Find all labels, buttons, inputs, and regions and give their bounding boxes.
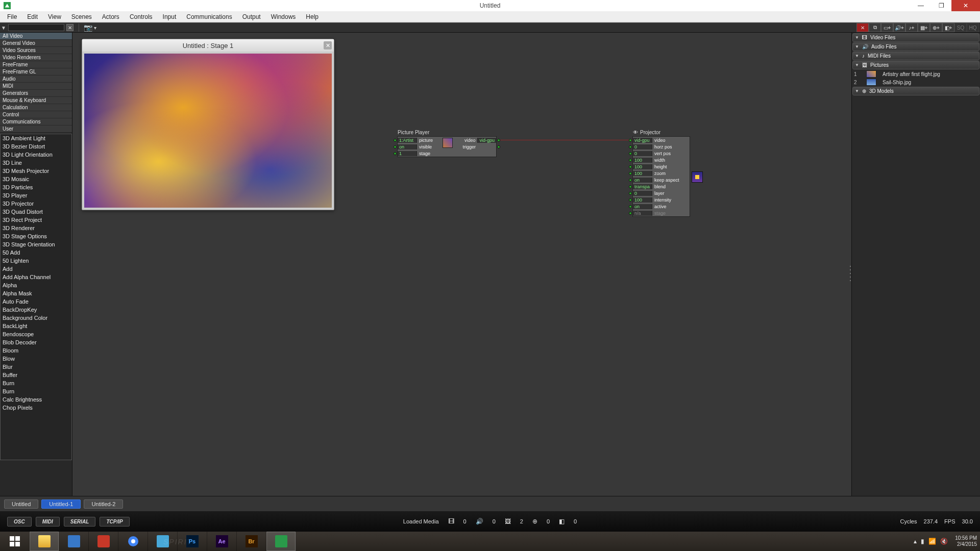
- actor-item[interactable]: Background Color: [1, 314, 71, 322]
- port-value[interactable]: 0: [633, 151, 652, 156]
- menu-windows[interactable]: Windows: [266, 13, 301, 20]
- port-value[interactable]: vid-gpu: [477, 138, 496, 143]
- tool-button-7[interactable]: ◧+: [942, 23, 954, 32]
- actor-item[interactable]: Chop Pixels: [1, 404, 71, 412]
- media-group-header[interactable]: ▼🔊Audio Files: [852, 42, 979, 51]
- port-value[interactable]: 1:Artist: [398, 138, 417, 143]
- menu-view[interactable]: View: [43, 13, 66, 20]
- protocol-tab[interactable]: SERIAL: [64, 517, 96, 527]
- category-item[interactable]: Control: [0, 111, 72, 118]
- actor-item[interactable]: 3D Renderer: [1, 224, 71, 232]
- port-value[interactable]: 100: [633, 197, 652, 203]
- port-value[interactable]: on: [633, 204, 652, 209]
- port-value[interactable]: 1: [398, 151, 417, 156]
- node-projector[interactable]: 👁Projector vid-gpuvideo0horz pos0vert po…: [632, 136, 690, 217]
- actor-item[interactable]: Blob Decoder: [1, 338, 71, 346]
- actor-item[interactable]: Blur: [1, 363, 71, 371]
- tool-button-6[interactable]: ⊕+: [930, 23, 942, 32]
- protocol-tab[interactable]: TCP/IP: [100, 517, 129, 527]
- tray-clock[interactable]: 10:56 PM 2/4/2015: [955, 535, 977, 547]
- maximize-button[interactable]: ❐: [931, 0, 951, 11]
- port-value[interactable]: n/a: [633, 211, 652, 216]
- taskbar-isadora[interactable]: [266, 532, 296, 551]
- tool-button-1[interactable]: ⧉: [869, 23, 881, 32]
- dropdown-icon[interactable]: ▼: [1, 25, 6, 31]
- taskbar-app-2[interactable]: [89, 532, 118, 551]
- port-value[interactable]: 0: [633, 144, 652, 149]
- input-port[interactable]: [629, 205, 632, 208]
- actor-item[interactable]: 3D Quad Distort: [1, 208, 71, 216]
- port-value[interactable]: on: [633, 178, 652, 183]
- actor-item[interactable]: 3D Mesh Projector: [1, 167, 71, 175]
- scene-canvas[interactable]: Untitled : Stage 1 ✕ Picture Player 1:Ar…: [72, 33, 851, 496]
- category-item[interactable]: Audio: [0, 76, 72, 83]
- protocol-tab[interactable]: OSC: [7, 517, 32, 527]
- port-value[interactable]: 0: [633, 191, 652, 196]
- media-group-header[interactable]: ▼🎞Video Files: [852, 33, 979, 42]
- actor-item[interactable]: 3D Player: [1, 191, 71, 199]
- taskbar-chrome[interactable]: [118, 532, 148, 551]
- port-value[interactable]: transpa: [633, 184, 652, 189]
- media-group-header[interactable]: ▼🖼Pictures: [852, 61, 979, 69]
- category-item[interactable]: FreeFrame: [0, 61, 72, 68]
- input-port[interactable]: [394, 139, 397, 142]
- category-item[interactable]: General Video: [0, 40, 72, 47]
- actor-item[interactable]: Blow: [1, 355, 71, 363]
- output-port[interactable]: [497, 145, 500, 148]
- actor-item[interactable]: Bloom: [1, 346, 71, 355]
- menu-communications[interactable]: Communications: [181, 13, 237, 20]
- menu-controls[interactable]: Controls: [125, 13, 158, 20]
- input-port[interactable]: [629, 152, 632, 155]
- menu-file[interactable]: File: [2, 13, 22, 20]
- connection-wire[interactable]: [500, 140, 632, 140]
- tray-volume-icon[interactable]: 🔇: [940, 538, 948, 545]
- actor-item[interactable]: Burn: [1, 379, 71, 387]
- input-port[interactable]: [394, 145, 397, 148]
- input-port[interactable]: [629, 159, 632, 162]
- scene-tab[interactable]: Untitled-2: [84, 499, 123, 509]
- actor-item[interactable]: 3D Line: [1, 159, 71, 167]
- category-item[interactable]: Generators: [0, 90, 72, 97]
- input-port[interactable]: [629, 212, 632, 215]
- clear-search-button[interactable]: ✕: [66, 24, 74, 31]
- taskbar-explorer[interactable]: [30, 532, 59, 551]
- start-button[interactable]: [0, 532, 30, 551]
- minimize-button[interactable]: —: [911, 0, 931, 11]
- category-item[interactable]: FreeFrame GL: [0, 68, 72, 76]
- node-picture-player[interactable]: Picture Player 1:Artistpictureonvisible1…: [397, 136, 497, 157]
- quality-sq-button[interactable]: SQ: [954, 23, 967, 32]
- tray-up-icon[interactable]: ▴: [914, 538, 917, 545]
- system-tray[interactable]: ▴ ▮ 📶 🔇 10:56 PM 2/4/2015: [912, 535, 980, 547]
- actor-item[interactable]: 3D Bezier Distort: [1, 142, 71, 151]
- tray-battery-icon[interactable]: ▮: [921, 538, 924, 545]
- quality-hq-button[interactable]: HQ: [967, 23, 979, 32]
- input-port[interactable]: [629, 139, 632, 142]
- scene-tab[interactable]: Untitled: [4, 499, 38, 509]
- record-button[interactable]: ✕: [856, 23, 869, 32]
- actor-item[interactable]: 3D Stage Orientation: [1, 240, 71, 248]
- category-item[interactable]: MIDI: [0, 83, 72, 90]
- menu-scenes[interactable]: Scenes: [66, 13, 97, 20]
- menu-edit[interactable]: Edit: [22, 13, 43, 20]
- taskbar-aftereffects[interactable]: Ae: [207, 532, 237, 551]
- port-value[interactable]: on: [398, 144, 417, 149]
- actor-item[interactable]: 3D Stage Options: [1, 232, 71, 240]
- tool-button-2[interactable]: ▭+: [881, 23, 893, 32]
- actor-item[interactable]: Alpha Mask: [1, 289, 71, 297]
- actor-item[interactable]: 3D Light Orientation: [1, 151, 71, 159]
- taskbar-app-1[interactable]: [59, 532, 89, 551]
- menu-input[interactable]: Input: [158, 13, 182, 20]
- actor-item[interactable]: 3D Mosaic: [1, 175, 71, 183]
- stage-close-button[interactable]: ✕: [324, 41, 332, 49]
- actor-item[interactable]: Burn: [1, 387, 71, 395]
- category-item[interactable]: All Video: [0, 33, 72, 40]
- category-item[interactable]: Mouse & Keyboard: [0, 97, 72, 104]
- menu-actors[interactable]: Actors: [97, 13, 125, 20]
- actor-item[interactable]: Add Alpha Channel: [1, 273, 71, 281]
- actor-item[interactable]: Buffer: [1, 371, 71, 379]
- protocol-tab[interactable]: MIDI: [36, 517, 60, 527]
- input-port[interactable]: [629, 165, 632, 168]
- tool-button-4[interactable]: ♪+: [905, 23, 918, 32]
- port-value[interactable]: vid-gpu: [633, 138, 652, 143]
- media-item[interactable]: 1Artistry after first flight.jpg: [852, 70, 980, 78]
